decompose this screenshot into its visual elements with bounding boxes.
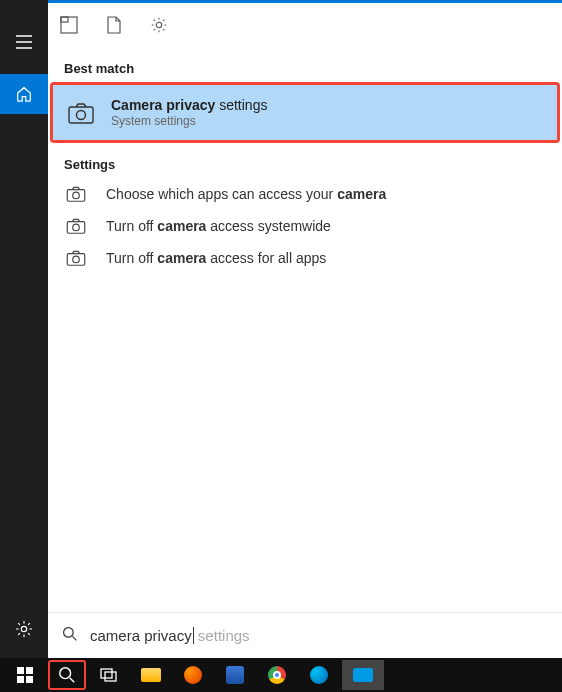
your-phone-button[interactable] xyxy=(342,660,384,690)
svg-point-5 xyxy=(77,110,86,119)
filter-toolbar xyxy=(48,3,562,51)
home-button[interactable] xyxy=(0,74,48,114)
result-choose-apps-camera[interactable]: Choose which apps can access your camera xyxy=(48,178,562,210)
search-results-pane: Best match Camera privacy settings Syste… xyxy=(48,0,562,658)
svg-rect-4 xyxy=(69,107,93,123)
svg-point-17 xyxy=(60,668,71,679)
apps-filter-icon[interactable] xyxy=(60,16,78,38)
search-input-row[interactable]: camera privacy settings xyxy=(48,612,562,658)
documents-filter-icon[interactable] xyxy=(106,16,122,38)
result-turn-off-camera-systemwide[interactable]: Turn off camera access systemwide xyxy=(48,210,562,242)
svg-point-3 xyxy=(156,22,161,27)
svg-point-12 xyxy=(64,627,74,637)
svg-rect-10 xyxy=(67,254,84,266)
svg-rect-6 xyxy=(67,190,84,202)
svg-point-9 xyxy=(73,224,80,231)
svg-rect-8 xyxy=(67,222,84,234)
svg-rect-19 xyxy=(105,672,116,681)
svg-rect-13 xyxy=(17,667,24,674)
start-left-rail xyxy=(0,0,48,658)
result-turn-off-camera-all-apps[interactable]: Turn off camera access for all apps xyxy=(48,242,562,274)
svg-rect-14 xyxy=(26,667,33,674)
svg-rect-1 xyxy=(61,17,77,33)
search-icon xyxy=(62,626,78,646)
folder-icon xyxy=(141,668,161,682)
svg-point-11 xyxy=(73,256,80,263)
firefox-icon xyxy=(184,666,202,684)
camera-icon xyxy=(62,218,90,234)
svg-point-7 xyxy=(73,192,80,199)
svg-rect-18 xyxy=(101,669,112,678)
search-taskbar-button[interactable] xyxy=(48,660,86,690)
svg-point-0 xyxy=(21,626,26,631)
edge-button[interactable] xyxy=(300,660,338,690)
file-explorer-button[interactable] xyxy=(132,660,170,690)
hamburger-icon[interactable] xyxy=(0,24,48,60)
chrome-button[interactable] xyxy=(258,660,296,690)
taskbar xyxy=(0,658,562,692)
camera-icon xyxy=(67,102,95,124)
result-camera-privacy-settings[interactable]: Camera privacy settings System settings xyxy=(53,85,557,140)
camera-icon xyxy=(62,250,90,266)
gear-icon[interactable] xyxy=(15,620,33,642)
thunderbird-button[interactable] xyxy=(216,660,254,690)
search-input[interactable]: camera privacy settings xyxy=(90,627,250,644)
svg-rect-2 xyxy=(61,17,68,22)
result-text: Camera privacy settings System settings xyxy=(111,97,267,128)
camera-icon xyxy=(62,186,90,202)
start-button[interactable] xyxy=(6,660,44,690)
svg-rect-16 xyxy=(26,676,33,683)
settings-results-list: Choose which apps can access your camera… xyxy=(48,178,562,274)
thunderbird-icon xyxy=(226,666,244,684)
settings-filter-icon[interactable] xyxy=(150,16,168,38)
task-view-button[interactable] xyxy=(90,660,128,690)
firefox-button[interactable] xyxy=(174,660,212,690)
your-phone-icon xyxy=(353,668,373,682)
annotation-highlight: Camera privacy settings System settings xyxy=(50,82,560,143)
settings-label: Settings xyxy=(48,147,562,178)
edge-icon xyxy=(310,666,328,684)
best-match-label: Best match xyxy=(48,51,562,82)
svg-rect-15 xyxy=(17,676,24,683)
chrome-icon xyxy=(268,666,286,684)
